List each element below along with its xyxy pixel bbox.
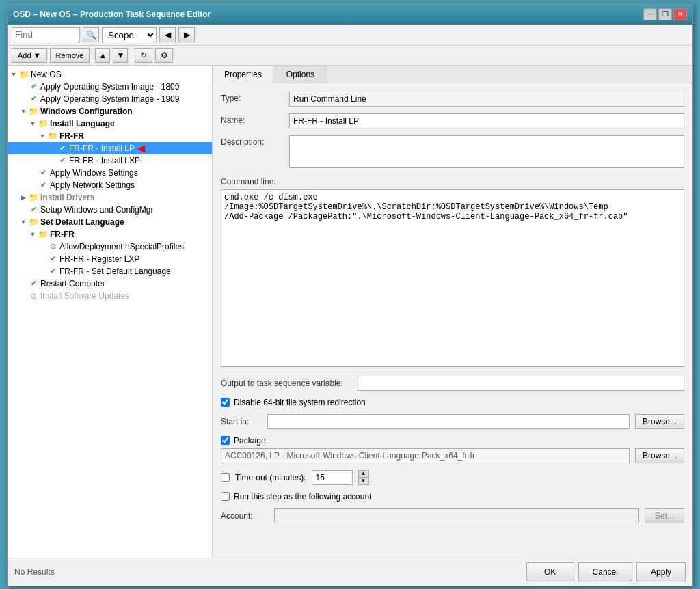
disable64-row: Disable 64-bit file system redirection xyxy=(221,398,684,407)
timeout-label: Time-out (minutes): xyxy=(235,473,306,482)
spacer xyxy=(47,156,57,165)
close-button[interactable]: ✕ xyxy=(673,8,687,20)
tab-bar: Properties Options xyxy=(213,66,692,83)
tree-item-set-default-lang[interactable]: ▼ 📁 Set Default Language xyxy=(8,216,212,228)
package-label: Package: xyxy=(234,436,268,446)
tree-label: Setup Windows and ConfigMgr xyxy=(40,205,153,215)
tree-label: New OS xyxy=(31,70,62,79)
timeout-checkbox[interactable] xyxy=(221,473,230,482)
ok-button[interactable]: OK xyxy=(526,562,574,581)
run-as-label: Run this step as the following account xyxy=(234,492,371,502)
tree-item-apply-windows[interactable]: ✔ Apply Windows Settings xyxy=(8,167,212,179)
package-input[interactable] xyxy=(221,448,630,463)
spacer xyxy=(18,82,28,92)
name-input[interactable] xyxy=(289,113,684,128)
move-up-button[interactable]: ▲ xyxy=(95,48,110,63)
description-textarea[interactable] xyxy=(289,135,684,168)
tree-label: Install Drivers xyxy=(40,193,94,202)
tree-label: FR-FR - Install LXP xyxy=(69,156,140,165)
remove-button[interactable]: Remove xyxy=(50,48,90,63)
command-textarea[interactable]: cmd.exe /c dism.exe /Image:%OSDTargetSys… xyxy=(221,189,684,367)
tree-label: Apply Operating System Image - 1809 xyxy=(40,82,179,92)
search-button[interactable]: 🔍 xyxy=(83,27,99,42)
minimize-button[interactable]: ─ xyxy=(643,8,657,20)
tree-item-fr-fr-2[interactable]: ▼ 📁 FR-FR xyxy=(8,228,212,241)
spinner-down-button[interactable]: ▼ xyxy=(358,478,369,485)
tree-label: Apply Windows Settings xyxy=(50,168,138,178)
window-title: OSD – New OS – Production Task Sequence … xyxy=(13,10,211,19)
back-button[interactable]: ◀ xyxy=(159,27,176,42)
expand-icon[interactable]: ▼ xyxy=(38,131,47,141)
tree-item-install-language[interactable]: ▼ 📁 Install Language xyxy=(8,118,212,130)
tree-item-setup-windows[interactable]: ✔ Setup Windows and ConfigMgr xyxy=(8,204,212,216)
tree-label: Set Default Language xyxy=(40,217,124,227)
add-button[interactable]: Add ▼ xyxy=(12,48,47,63)
account-input[interactable] xyxy=(274,508,639,523)
browse-button-1[interactable]: Browse... xyxy=(635,414,684,429)
properties-button[interactable]: ⚙ xyxy=(155,48,173,63)
expand-icon[interactable]: ▼ xyxy=(28,230,38,239)
set-button[interactable]: Set... xyxy=(645,508,684,523)
tree-item-allow-deployment[interactable]: ⚙ AllowDeploymentInSpecialProfiles xyxy=(8,241,212,253)
tree-item-fr-fr-set-default[interactable]: ✔ FR-FR - Set Default Language xyxy=(8,265,212,277)
tree-label: Install Software Updates xyxy=(40,291,129,301)
start-in-input[interactable] xyxy=(267,414,630,429)
spacer xyxy=(38,254,47,264)
restore-button[interactable]: ❐ xyxy=(658,8,672,20)
expand-icon[interactable]: ▼ xyxy=(9,70,18,79)
expand-icon[interactable]: ▼ xyxy=(28,119,38,128)
spacer xyxy=(18,205,28,215)
run-as-checkbox[interactable] xyxy=(221,492,230,501)
tree-item-fr-fr[interactable]: ▼ 📁 FR-FR xyxy=(8,130,212,142)
folder-icon: 📁 xyxy=(28,106,39,117)
tree-item-apply-network[interactable]: ✔ Apply Network Settings xyxy=(8,179,212,191)
tree-label: FR-FR xyxy=(50,230,75,239)
expand-icon[interactable]: ▶ xyxy=(18,193,28,202)
find-input[interactable] xyxy=(12,27,80,42)
tree-label: AllowDeploymentInSpecialProfiles xyxy=(59,242,184,251)
spacer xyxy=(38,266,47,276)
forward-button[interactable]: ▶ xyxy=(178,27,195,42)
bottom-buttons: OK Cancel Apply xyxy=(526,562,686,581)
tree-item-restart[interactable]: ✔ Restart Computer xyxy=(8,277,212,290)
tree-label: FR-FR xyxy=(59,131,84,141)
package-row: Browse... xyxy=(221,448,684,463)
folder-icon: 📁 xyxy=(38,118,49,129)
spacer xyxy=(47,143,57,153)
tree-item-install-updates[interactable]: ⊘ Install Software Updates xyxy=(8,290,212,302)
tree-item-install-drivers[interactable]: ▶ 📁 Install Drivers xyxy=(8,191,212,204)
spacer xyxy=(38,242,47,251)
scope-select[interactable]: Scope xyxy=(102,27,157,42)
expand-icon[interactable]: ▼ xyxy=(18,107,28,116)
spacer xyxy=(18,291,28,301)
tree-item-new-os[interactable]: ▼ 📁 New OS xyxy=(8,68,212,81)
timeout-input[interactable] xyxy=(312,470,353,485)
spinner-up-button[interactable]: ▲ xyxy=(358,470,369,478)
disable64-checkbox[interactable] xyxy=(221,398,230,407)
tree-item-fr-fr-register[interactable]: ✔ FR-FR - Register LXP xyxy=(8,253,212,265)
type-input[interactable] xyxy=(289,92,684,107)
expand-icon[interactable]: ▼ xyxy=(18,217,28,227)
package-checkbox[interactable] xyxy=(221,436,230,445)
move-down-button[interactable]: ▼ xyxy=(113,48,128,63)
output-input[interactable] xyxy=(358,376,684,391)
tree-item-apply-os-1809[interactable]: ✔ Apply Operating System Image - 1809 xyxy=(8,81,212,93)
tab-options[interactable]: Options xyxy=(275,66,326,83)
tree-item-windows-config[interactable]: ▼ 📁 Windows Configuration xyxy=(8,105,212,118)
disabled-icon: ⊘ xyxy=(28,290,39,301)
tree-item-fr-fr-install-lxp[interactable]: ✔ FR-FR - Install LXP xyxy=(8,154,212,167)
tree-item-apply-os-1909[interactable]: ✔ Apply Operating System Image - 1909 xyxy=(8,93,212,105)
tree-item-fr-fr-install-lp[interactable]: ✔ FR-FR - Install LP ◀ xyxy=(8,142,212,154)
status-text: No Results xyxy=(14,567,55,577)
spacer xyxy=(18,279,28,288)
command-label-row: Command line: xyxy=(221,177,684,187)
description-row: Description: xyxy=(221,135,684,170)
refresh-button[interactable]: ↻ xyxy=(135,48,152,63)
cancel-button[interactable]: Cancel xyxy=(578,562,632,581)
package-checkbox-row: Package: xyxy=(221,436,684,446)
browse-button-2[interactable]: Browse... xyxy=(635,448,684,463)
tab-properties[interactable]: Properties xyxy=(213,66,273,83)
run-as-row: Run this step as the following account xyxy=(221,492,684,502)
apply-button[interactable]: Apply xyxy=(636,562,686,581)
task-sequence-tree[interactable]: ▼ 📁 New OS ✔ Apply Operating System Imag… xyxy=(8,66,213,558)
